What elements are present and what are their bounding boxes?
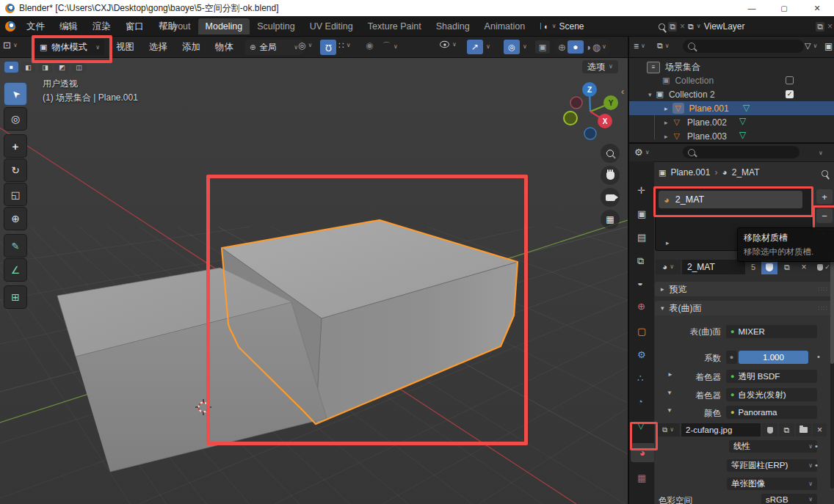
shading-material-button[interactable]: ◑	[585, 42, 591, 53]
colorspace-dropdown[interactable]: sRGB∨	[761, 494, 817, 504]
select-mode-new[interactable]: ■	[4, 62, 18, 73]
scene-icon[interactable]: ◐	[544, 22, 549, 31]
pan-button[interactable]	[601, 166, 620, 185]
tab-scene-icon[interactable]: ◒	[637, 277, 643, 288]
outliner-row-plane001[interactable]: ▸ ▽ Plane.001 ▽	[629, 101, 834, 115]
tool-annotate[interactable]: ✎	[4, 234, 27, 258]
outliner-row-collection2[interactable]: ▾ ▣ Collection 2 ✓	[629, 87, 834, 101]
tab-texture-icon[interactable]: ▦	[637, 472, 646, 483]
xray-toggle[interactable]: ▣	[535, 40, 550, 54]
menu-select[interactable]: 选择	[142, 40, 175, 54]
slot-list-expander[interactable]: ▸	[666, 239, 670, 246]
surface-value-button[interactable]: ●MIXER	[726, 325, 817, 338]
tool-transform[interactable]: ⊕	[4, 207, 27, 230]
menu-window[interactable]: 窗口	[118, 19, 151, 34]
tab-uv-editing[interactable]: UV Editing	[302, 18, 360, 34]
outliner-row-plane002[interactable]: ▸ ▽ Plane.002 ▽	[629, 115, 834, 129]
tab-modifier-icon[interactable]: ⚙	[637, 349, 646, 360]
tab-data-icon[interactable]: ▽	[637, 420, 645, 431]
properties-header-chevron[interactable]: ∨	[819, 150, 823, 156]
close-button[interactable]: ×	[800, 0, 834, 16]
menu-edit[interactable]: 编辑	[52, 19, 85, 34]
tab-object-icon[interactable]: ▢	[637, 326, 646, 337]
shading-rendered-button[interactable]: ◍	[592, 42, 601, 53]
factor-socket[interactable]: ●	[726, 351, 737, 364]
tool-rotate[interactable]: ↻	[4, 158, 27, 182]
overlays-toggle[interactable]: ◎	[504, 40, 520, 54]
fake-user-toggle[interactable]	[761, 260, 777, 274]
collection-checkbox[interactable]	[786, 76, 794, 84]
viewlayer-name[interactable]: ViewLayer	[704, 21, 813, 32]
viewport-scene[interactable]	[0, 58, 628, 504]
preview-section-header[interactable]: ▸ 预览 ∷∷	[655, 282, 834, 296]
zoom-button[interactable]	[601, 144, 620, 163]
tool-measure[interactable]: ∠	[4, 258, 27, 282]
tool-scale[interactable]: ◱	[4, 183, 27, 206]
viewlayer-selector[interactable]: ⧉ ∨ ViewLayer ⧉ ×	[685, 19, 834, 34]
snap-magnet-toggle[interactable]: Ω	[320, 40, 336, 55]
slot-remove-button[interactable]: −	[816, 208, 833, 223]
region-collapse-arrow[interactable]: ‹	[621, 86, 624, 97]
close-icon[interactable]: ×	[827, 21, 833, 32]
breadcrumb-object[interactable]: Plane.001	[670, 167, 710, 178]
menu-file[interactable]: 文件	[19, 19, 52, 34]
material-name-field[interactable]: 2_MAT	[682, 260, 745, 274]
outliner-display-mode[interactable]: ≡∨	[634, 41, 645, 51]
tab-texture-paint[interactable]: Texture Paint	[360, 18, 429, 34]
snap-with-dropdown[interactable]: ∷∨	[338, 40, 351, 51]
tab-particles-icon[interactable]: ∴	[637, 373, 643, 384]
tab-physics-icon[interactable]: ◔	[637, 396, 643, 407]
copy-icon[interactable]: ⧉	[668, 22, 677, 32]
image-browse-button[interactable]: ⧉∨	[656, 423, 680, 437]
menu-add[interactable]: 添加	[175, 40, 208, 54]
outliner-row-collection[interactable]: ▣ Collection	[629, 73, 834, 87]
snap-pivot-button[interactable]: ◎∨	[298, 40, 312, 51]
select-mode-extend[interactable]: ◧	[21, 62, 35, 73]
mode-dropdown[interactable]: ▣ 物体模式 ∨	[35, 39, 104, 56]
breadcrumb-material[interactable]: 2_MAT	[732, 167, 760, 178]
image-name-field[interactable]: 2-cufang.jpg	[681, 423, 761, 437]
tab-tool-icon[interactable]: ✛	[637, 185, 645, 196]
image-copy-button[interactable]: ⧉	[779, 423, 794, 437]
scene-selector[interactable]: ◐ ∨ Scene ⧉ ×	[541, 19, 688, 34]
tab-shading[interactable]: Shading	[429, 18, 477, 34]
visibility-dropdown[interactable]: ∨	[439, 40, 457, 48]
material-slot-row[interactable]: ◕ 2_MAT	[659, 191, 802, 208]
tab-render-icon[interactable]: ▣	[637, 208, 646, 219]
collection-checkbox[interactable]: ✓	[786, 90, 794, 98]
blender-menu-icon[interactable]	[5, 21, 15, 32]
new-collection-button[interactable]: ▣	[824, 41, 833, 51]
tool-move[interactable]: +	[4, 134, 27, 158]
select-mode-intersect[interactable]: ◫	[72, 62, 86, 73]
proportional-edit-toggle[interactable]: ◉	[366, 40, 373, 51]
menu-object[interactable]: 物体	[208, 40, 241, 54]
surface-section-header[interactable]: ▾ 表(曲)面 ∷∷	[655, 301, 834, 315]
navigation-gizmo[interactable]: Z Y X	[554, 78, 623, 145]
shader2-value-button[interactable]: ●自发光(发射)	[726, 388, 817, 401]
material-browse-button[interactable]: ◕∨	[656, 260, 681, 274]
copy-icon[interactable]: ⧉	[816, 22, 824, 32]
keyframe-dot[interactable]: •	[817, 352, 820, 361]
properties-scrollbar[interactable]	[830, 246, 834, 489]
keyframe-dot[interactable]: •	[815, 442, 818, 450]
shading-solid-button[interactable]: ●	[568, 40, 584, 54]
tab-modeling[interactable]: Modeling	[198, 18, 250, 34]
tab-world-icon[interactable]: ⊕	[637, 301, 645, 312]
tab-animation[interactable]: Animation	[477, 18, 533, 34]
pin-id-icon[interactable]	[820, 169, 830, 178]
menu-render[interactable]: 渲染	[85, 19, 118, 34]
select-mode-invert[interactable]: ◩	[55, 62, 69, 73]
shading-wireframe-button[interactable]: ⊕	[558, 42, 566, 53]
tab-layout[interactable]: Layout	[156, 18, 198, 34]
tab-sculpting[interactable]: Sculpting	[250, 18, 302, 34]
tool-select-box[interactable]: ➤	[4, 82, 27, 106]
gizmo-toggle[interactable]: ↗	[467, 40, 483, 54]
image-fake-user-button[interactable]	[762, 423, 777, 437]
tool-add-cube[interactable]: ⊞	[4, 285, 27, 309]
projection-dropdown[interactable]: 等距圆柱(ERP)∨	[727, 459, 817, 472]
outliner-search-input[interactable]	[683, 40, 804, 53]
interpolation-dropdown[interactable]: 线性∨	[729, 440, 817, 453]
scene-name[interactable]: Scene	[559, 21, 656, 32]
copy-material-button[interactable]: ⧉	[779, 260, 795, 274]
ortho-toggle-button[interactable]: ▦	[601, 210, 620, 229]
